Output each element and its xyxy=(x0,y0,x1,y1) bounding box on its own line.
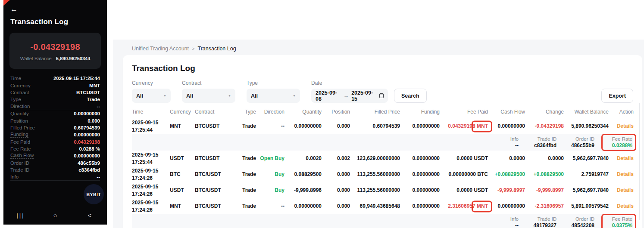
detail-label: Order ID xyxy=(556,136,594,142)
cell-contract: BTC/USDT xyxy=(195,203,234,210)
field-label: Order ID xyxy=(10,160,29,166)
detail-field-row: Direction-- xyxy=(10,103,100,110)
field-value: 0.0288 % xyxy=(79,146,100,151)
detail-field-row: CurrencyMNT xyxy=(10,82,100,89)
cell-time: 2025-09-1517:24:26 xyxy=(132,199,170,213)
field-label: Cash Flow xyxy=(10,153,34,159)
wallet-balance-label: Wallet Balance xyxy=(20,56,52,61)
cell-quantity: 0.00000000 xyxy=(284,203,322,210)
back-arrow-icon[interactable]: ← xyxy=(10,5,18,14)
cell-filled-price: 113,255.56000000 xyxy=(350,171,400,178)
field-label: Direction xyxy=(10,104,30,109)
detail-stack: Info-- xyxy=(481,216,519,228)
cell-type: Trade xyxy=(234,171,256,178)
details-link[interactable]: Details xyxy=(617,171,634,177)
corner-marker xyxy=(3,0,10,6)
home-icon[interactable]: ○ xyxy=(38,212,72,219)
cell-funding: 0.00000000 xyxy=(400,187,440,194)
cell-contract: BTC/USDT xyxy=(195,171,234,178)
detail-label: Info xyxy=(481,216,519,222)
cell-time: 2025-09-1517:25:44 xyxy=(132,151,170,165)
summary-card: -0.04329198 Wallet Balance 5,890.9625034… xyxy=(9,33,101,69)
screenshot-root: ← Transaction Log -0.04329198 Wallet Bal… xyxy=(0,0,644,228)
cell-filled-price: 113,255.56000000 xyxy=(350,187,400,194)
detail-stack: Trade ID48179327 xyxy=(519,216,556,228)
column-header: Contract xyxy=(195,109,234,115)
cell-direction: Buy xyxy=(256,187,284,194)
field-label: Funding xyxy=(10,132,28,138)
detail-field-row: Quantity0.00000000 xyxy=(10,110,100,117)
time-clock: 17:25:44 xyxy=(132,126,170,133)
field-value: c8364fbd xyxy=(78,167,100,173)
column-header: Type xyxy=(234,109,256,115)
cell-time: 2025-09-1517:24:26 xyxy=(132,183,170,197)
recents-icon[interactable]: ||| xyxy=(3,212,38,219)
field-value: -- xyxy=(97,174,100,179)
cell-quantity: 0.0020 xyxy=(284,155,322,162)
field-value: BTCUSDT xyxy=(76,90,100,95)
cell-action: Details xyxy=(609,203,634,210)
type-select[interactable]: All ▼ xyxy=(247,89,300,103)
table-body: 2025-09-1517:25:44MNTBTCUSDTTrade--0.000… xyxy=(132,118,633,228)
field-label: Info xyxy=(10,174,19,179)
details-link[interactable]: Details xyxy=(617,123,634,129)
cell-contract: BTCUSDT xyxy=(195,155,234,162)
cell-time: 2025-09-1517:24:26 xyxy=(132,167,170,181)
detail-value: 48542208 xyxy=(556,222,594,228)
cell-fee-paid: 0.00000000 BTC xyxy=(440,171,488,178)
detail-stack: Order ID486c55b9 xyxy=(556,136,594,148)
details-link[interactable]: Details xyxy=(617,155,634,161)
column-header: Currency xyxy=(170,109,195,115)
cell-change: -2.31606957 xyxy=(525,203,564,210)
cell-position: 0.000 xyxy=(322,187,350,194)
date-end: 2025-09-15 xyxy=(351,90,377,102)
cell-wallet-balance: 5,891.00579542 xyxy=(564,203,609,210)
cell-contract: BTC/USDT xyxy=(195,187,234,194)
cell-fee-paid: 2.31606957 MNT xyxy=(440,203,488,210)
cell-time: 2025-09-1517:25:44 xyxy=(132,119,170,133)
cell-type: Trade xyxy=(234,155,256,162)
cell-action: Details xyxy=(609,187,634,194)
time-date: 2025-09-15 xyxy=(132,119,170,126)
cell-currency: USDT xyxy=(170,187,195,194)
cell-wallet-balance: 2.75919747 xyxy=(564,171,609,178)
currency-select[interactable]: All ▼ xyxy=(132,89,171,103)
detail-stack: Trade IDc8364fbd xyxy=(519,136,556,148)
detail-label: Trade ID xyxy=(519,136,556,142)
field-value: Trade xyxy=(87,97,100,102)
time-clock: 17:25:44 xyxy=(132,159,170,166)
web-page: Unified Trading Account > Transaction Lo… xyxy=(113,40,644,228)
field-label: Quantity xyxy=(10,111,29,116)
breadcrumb-parent[interactable]: Unified Trading Account xyxy=(132,46,189,52)
table-header-row: TimeCurrencyContractTypeDirectionQuantit… xyxy=(132,105,633,118)
detail-field-row: Cash Flow0.00000000 xyxy=(10,152,100,159)
type-filter: Type All ▼ xyxy=(247,80,300,103)
android-nav-bar: ||| ○ < xyxy=(3,206,107,225)
details-link[interactable]: Details xyxy=(617,187,634,193)
detail-value: c8364fbd xyxy=(519,142,556,148)
back-icon[interactable]: < xyxy=(72,212,107,219)
detail-value: 486c55b9 xyxy=(556,142,594,148)
date-filter: Date 2025-09-08 → 2025-09-15 xyxy=(311,80,388,103)
field-value: 0.000 xyxy=(88,118,100,123)
search-button[interactable]: Search xyxy=(394,89,427,103)
detail-subrow: Info--Trade ID48179327Order ID48542208Fe… xyxy=(132,214,633,228)
date-range-input[interactable]: 2025-09-08 → 2025-09-15 xyxy=(311,89,388,103)
cell-position: 0.000 xyxy=(322,171,350,178)
breadcrumb-separator-icon: > xyxy=(192,46,194,51)
time-clock: 17:24:26 xyxy=(132,206,170,213)
content-card: Transaction Log Currency All ▼ Contract … xyxy=(123,55,642,228)
type-filter-label: Type xyxy=(247,80,300,86)
export-button[interactable]: Export xyxy=(601,89,633,103)
contract-select[interactable]: All ▼ xyxy=(182,89,235,103)
detail-field-row: Funding0.00000000 xyxy=(10,131,100,138)
detail-label: Order ID xyxy=(556,216,594,222)
fee-rate-value: 0.0375% xyxy=(606,222,632,228)
date-filter-label: Date xyxy=(311,80,388,86)
phone-page-title: Transaction Log xyxy=(10,18,100,26)
calendar-icon xyxy=(379,93,384,98)
scrollbar-track[interactable] xyxy=(639,103,640,220)
details-link[interactable]: Details xyxy=(617,203,634,209)
field-label: Trade ID xyxy=(10,167,29,173)
detail-subrow: Info--Trade IDc8364fbdOrder ID486c55b9Fe… xyxy=(132,134,633,151)
